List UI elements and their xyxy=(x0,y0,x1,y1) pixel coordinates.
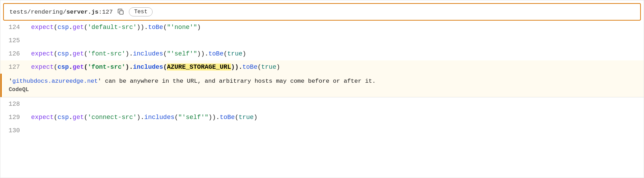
file-path: tests/rendering/server.js:127 xyxy=(9,9,113,15)
copy-button[interactable] xyxy=(116,8,125,16)
alert-link: githubdocs.azureedge.net xyxy=(12,78,98,84)
code-line-129: 129 expect(csp.get('connect-src').includ… xyxy=(0,111,644,124)
line-number: :127 xyxy=(98,9,113,15)
copy-icon xyxy=(118,9,124,15)
code-line-130: 130 xyxy=(0,124,644,137)
line-num-124: 124 xyxy=(0,24,28,31)
code-content-124: expect(csp.get('default-src')).toBe("'no… xyxy=(28,24,644,31)
file-name: server.js xyxy=(66,9,98,15)
main-container: tests/rendering/server.js:127 Test 124 e… xyxy=(0,0,644,178)
line-num-129: 129 xyxy=(0,114,28,121)
line-num-125: 125 xyxy=(0,37,28,44)
test-button[interactable]: Test xyxy=(129,7,153,16)
code-line-127: 127 expect(csp.get('font-src').includes(… xyxy=(0,60,644,74)
code-content-127: expect(csp.get('font-src').includes(AZUR… xyxy=(28,64,644,71)
alert-label: CodeQL xyxy=(9,87,637,93)
code-line-125: 125 xyxy=(0,34,644,47)
code-content-126: expect(csp.get('font-src').includes("'se… xyxy=(28,50,644,57)
header-bar: tests/rendering/server.js:127 Test xyxy=(3,3,641,21)
svg-rect-0 xyxy=(120,11,123,14)
code-content-129: expect(csp.get('connect-src').includes("… xyxy=(28,114,644,121)
line-num-130: 130 xyxy=(0,127,28,134)
alert-text: 'githubdocs.azureedge.net' can be anywhe… xyxy=(9,78,637,84)
line-num-128: 128 xyxy=(0,101,28,107)
code-line-126: 126 expect(csp.get('font-src').includes(… xyxy=(0,47,644,60)
code-line-128: 128 xyxy=(0,97,644,111)
alert-box: 'githubdocs.azureedge.net' can be anywhe… xyxy=(0,74,644,97)
line-num-126: 126 xyxy=(0,50,28,57)
code-line-124: 124 expect(csp.get('default-src')).toBe(… xyxy=(0,21,644,34)
line-num-127: 127 xyxy=(0,64,28,71)
code-area: 124 expect(csp.get('default-src')).toBe(… xyxy=(0,21,644,178)
